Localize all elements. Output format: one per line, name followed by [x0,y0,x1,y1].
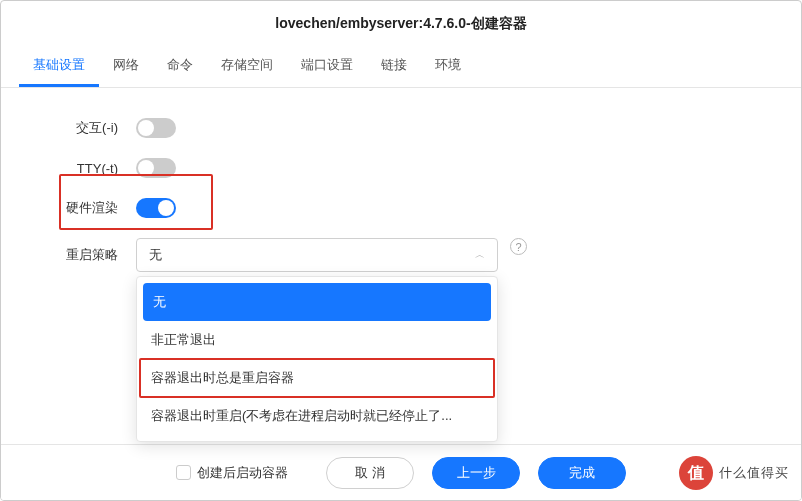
toggle-knob [138,160,154,176]
autostart-label: 创建后启动容器 [197,464,288,482]
tab-env[interactable]: 环境 [421,46,475,87]
label-restart: 重启策略 [1,238,136,264]
watermark: 值 什么值得买 [679,456,789,490]
watermark-text: 什么值得买 [719,464,789,482]
restart-option-none[interactable]: 无 [143,283,491,321]
toggle-interactive[interactable] [136,118,176,138]
label-hwrender: 硬件渲染 [1,199,136,217]
restart-select-value: 无 [149,246,162,264]
restart-select[interactable]: 无 ︿ [136,238,498,272]
dialog-title: lovechen/embyserver:4.7.6.0-创建容器 [1,1,801,46]
restart-select-wrap: 无 ︿ 无 非正常退出 容器退出时总是重启容器 容器退出时重启(不考虑在进程启动… [136,238,498,272]
restart-option-onfailure[interactable]: 非正常退出 [137,321,497,359]
toggle-knob [158,200,174,216]
help-icon[interactable]: ? [510,238,527,255]
restart-option-unless-stopped[interactable]: 容器退出时重启(不考虑在进程启动时就已经停止了... [137,397,497,435]
label-tty: TTY(-t) [1,161,136,176]
tab-links[interactable]: 链接 [367,46,421,87]
autostart-checkbox[interactable] [176,465,191,480]
toggle-hwrender[interactable] [136,198,176,218]
tab-bar: 基础设置 网络 命令 存储空间 端口设置 链接 环境 [1,46,801,88]
tab-command[interactable]: 命令 [153,46,207,87]
toggle-knob [138,120,154,136]
restart-dropdown: 无 非正常退出 容器退出时总是重启容器 容器退出时重启(不考虑在进程启动时就已经… [136,276,498,442]
watermark-badge-icon: 值 [679,456,713,490]
toggle-tty[interactable] [136,158,176,178]
tab-ports[interactable]: 端口设置 [287,46,367,87]
form-area: 交互(-i) TTY(-t) 硬件渲染 重启策略 无 ︿ 无 非正常退出 容器退… [1,88,801,272]
tab-storage[interactable]: 存储空间 [207,46,287,87]
tab-basic[interactable]: 基础设置 [19,46,99,87]
chevron-up-icon: ︿ [475,248,485,262]
cancel-button[interactable]: 取 消 [326,457,414,489]
label-interactive: 交互(-i) [1,119,136,137]
restart-option-always-label: 容器退出时总是重启容器 [151,370,294,385]
prev-button[interactable]: 上一步 [432,457,520,489]
done-button[interactable]: 完成 [538,457,626,489]
restart-option-always[interactable]: 容器退出时总是重启容器 [137,359,497,397]
autostart-wrap: 创建后启动容器 [176,464,288,482]
tab-network[interactable]: 网络 [99,46,153,87]
